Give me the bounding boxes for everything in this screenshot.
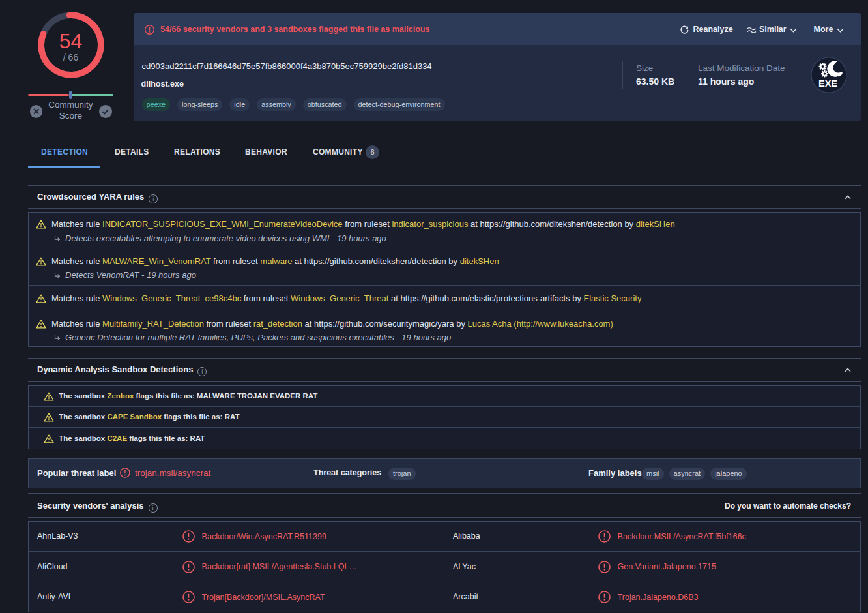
svg-text:EXE: EXE (818, 78, 837, 89)
